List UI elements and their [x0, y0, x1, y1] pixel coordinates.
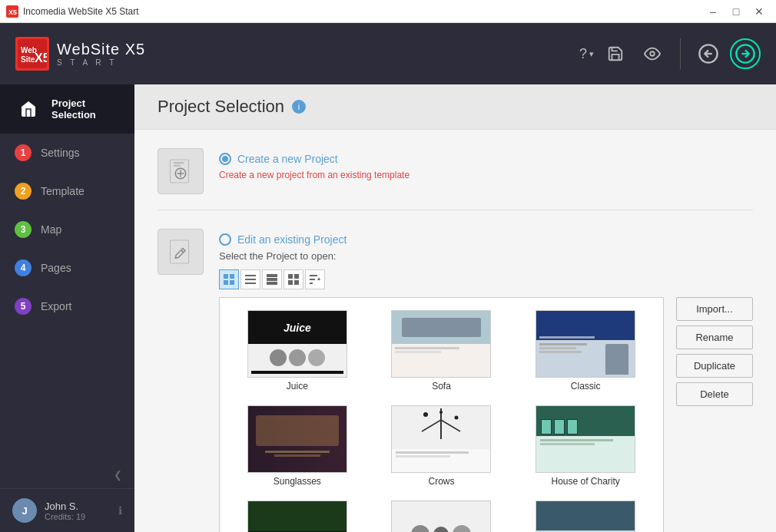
project-name-sofa: Sofa — [432, 381, 451, 392]
page-header: Project Selection i — [134, 84, 776, 130]
project-name-classic: Classic — [571, 381, 601, 392]
project-item-sofa[interactable]: Sofa — [370, 304, 513, 398]
close-button[interactable]: ✕ — [748, 4, 770, 19]
create-new-radio-row: Create a new Project — [219, 153, 753, 165]
sidebar-project-selection-label: Project Selection — [51, 97, 96, 121]
collapse-icon: ❮ — [114, 469, 122, 481]
create-new-option-row: Create a new Project Create a new projec… — [158, 148, 753, 210]
home-svg — [19, 100, 38, 118]
logo-svg: Web Site X5 — [18, 39, 47, 68]
project-thumb-sunglasses — [247, 405, 347, 473]
svg-rect-33 — [310, 275, 317, 276]
delete-button[interactable]: Delete — [676, 382, 753, 406]
app-icon: X5 — [6, 5, 18, 18]
project-item-house-charity[interactable]: House of Charity — [514, 399, 657, 493]
project-name-sunglasses: Sunglasses — [274, 476, 321, 487]
sidebar-item-settings[interactable]: 1 Settings — [0, 134, 134, 172]
projects-and-actions: Juice — [219, 297, 753, 532]
svg-rect-23 — [245, 275, 256, 276]
title-bar-controls: – □ ✕ — [702, 4, 770, 19]
create-new-title[interactable]: Create a new Project — [237, 153, 338, 165]
create-new-icon — [158, 148, 204, 194]
svg-rect-19 — [224, 274, 228, 279]
sidebar-item-template[interactable]: 2 Template — [0, 172, 134, 210]
svg-rect-16 — [174, 165, 181, 167]
project-item-sunglasses[interactable]: Sunglasses — [226, 399, 369, 493]
project-item-7[interactable] — [226, 494, 369, 532]
svg-text:X5: X5 — [35, 51, 47, 64]
sidebar-map-label: Map — [41, 223, 61, 236]
svg-line-38 — [441, 420, 460, 431]
svg-rect-34 — [310, 279, 315, 280]
duplicate-button[interactable]: Duplicate — [676, 354, 753, 378]
logo-subtitle: S T A R T — [57, 58, 145, 67]
action-buttons: Import... Rename Duplicate Delete — [676, 297, 753, 406]
sidebar-item-home[interactable]: Project Selection — [0, 84, 134, 134]
project-name-house-charity: House of Charity — [551, 476, 619, 487]
svg-rect-21 — [224, 280, 228, 285]
svg-rect-25 — [245, 283, 256, 284]
svg-rect-27 — [267, 278, 277, 281]
user-info-icon[interactable]: ℹ — [118, 504, 122, 517]
project-thumb-sofa — [391, 310, 491, 378]
project-item-juice[interactable]: Juice — [226, 304, 369, 398]
project-select-label: Select the Project to open: — [219, 250, 753, 262]
edit-existing-option-row: Edit an existing Project Select the Proj… — [158, 229, 753, 532]
view-sort-btn[interactable] — [305, 269, 325, 289]
back-icon — [698, 43, 719, 64]
rename-button[interactable]: Rename — [676, 325, 753, 349]
details-view-icon — [267, 274, 277, 285]
view-compact-btn[interactable] — [284, 269, 303, 289]
project-thumb-juice: Juice — [247, 310, 347, 378]
maximize-button[interactable]: □ — [725, 4, 747, 19]
sidebar-collapse-button[interactable]: ❮ — [0, 461, 134, 488]
logo-box: Web Site X5 — [15, 37, 49, 71]
edit-existing-title[interactable]: Edit an existing Project — [237, 233, 347, 246]
import-button[interactable]: Import... — [676, 297, 753, 321]
svg-rect-22 — [230, 280, 234, 285]
sidebar-item-pages[interactable]: 4 Pages — [0, 249, 134, 287]
projects-grid: Juice — [219, 297, 664, 532]
forward-button[interactable] — [730, 38, 761, 69]
list-view-icon — [245, 274, 256, 285]
back-button[interactable] — [693, 38, 724, 69]
view-list-btn[interactable] — [240, 269, 260, 289]
project-item-9[interactable] — [514, 494, 657, 532]
minimize-button[interactable]: – — [702, 4, 724, 19]
sidebar-item-export[interactable]: 5 Export — [0, 287, 134, 325]
crows-svg — [414, 408, 468, 447]
project-thumb-7 — [247, 501, 347, 532]
compact-view-icon — [288, 274, 299, 285]
edit-existing-radio[interactable] — [219, 233, 231, 246]
help-button[interactable]: ? ▾ — [579, 46, 594, 62]
logo-title: WebSite X5 — [57, 41, 145, 58]
body: Project Selection 1 Settings 2 Template … — [0, 84, 776, 532]
svg-line-37 — [422, 420, 441, 431]
svg-rect-26 — [267, 274, 277, 277]
project-name-juice: Juice — [287, 381, 308, 392]
project-item-crows[interactable]: Crows — [370, 399, 513, 493]
edit-existing-icon — [158, 229, 204, 275]
title-bar: X5 Incomedia WebSite X5 Start – □ ✕ — [0, 0, 776, 23]
project-item-classic[interactable]: Classic — [514, 304, 657, 398]
view-toolbar — [219, 269, 753, 289]
create-new-subtitle: Create a new project from an existing te… — [219, 170, 753, 180]
view-details-btn[interactable] — [262, 269, 282, 289]
sidebar-item-map[interactable]: 3 Map — [0, 210, 134, 249]
view-grid-btn[interactable] — [219, 269, 239, 289]
forward-icon — [735, 43, 756, 64]
project-thumb-8 — [391, 501, 491, 532]
create-new-radio[interactable] — [219, 153, 231, 165]
create-new-content: Create a new Project Create a new projec… — [219, 148, 753, 180]
content-area: Create a new Project Create a new projec… — [134, 130, 776, 532]
grid-view-icon — [224, 274, 234, 285]
svg-text:Site: Site — [21, 55, 35, 64]
project-item-8[interactable] — [370, 494, 513, 532]
save-button[interactable] — [600, 38, 631, 69]
preview-button[interactable] — [637, 38, 668, 69]
title-bar-text: Incomedia WebSite X5 Start — [23, 6, 702, 17]
sidebar-footer: J John S. Credits: 19 ℹ — [0, 488, 134, 532]
page-title: Project Selection — [158, 97, 284, 117]
page-info-badge[interactable]: i — [292, 100, 306, 114]
header-controls: ? ▾ — [579, 38, 761, 69]
